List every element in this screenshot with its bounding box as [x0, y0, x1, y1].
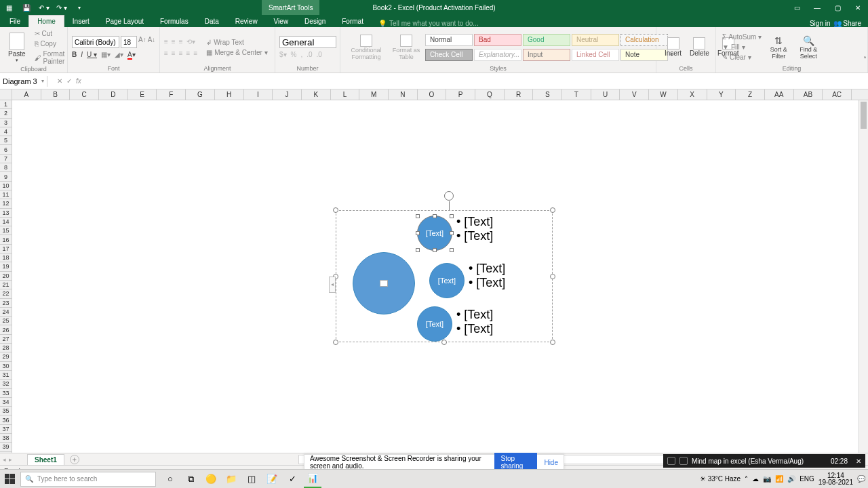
style-normal[interactable]: Normal [425, 34, 473, 46]
node-handle[interactable] [416, 231, 420, 235]
column-header[interactable]: C [70, 89, 99, 100]
tab-view[interactable]: View [266, 16, 297, 27]
weather-widget[interactable]: ☀ 33°C Haze [700, 475, 741, 483]
conditional-formatting-button[interactable]: Conditional Formatting [344, 29, 388, 65]
resize-handle-e[interactable] [550, 274, 555, 279]
indent-inc-icon[interactable]: ≡ [193, 49, 197, 57]
row-header[interactable]: 36 [0, 415, 12, 424]
row-header[interactable]: 30 [0, 362, 12, 371]
wrap-text-button[interactable]: ↲ Wrap Text [204, 38, 270, 47]
sheet-tab-sheet1[interactable]: Sheet1 [27, 454, 64, 465]
sort-filter-button[interactable]: ⇅Sort & Filter [764, 29, 793, 65]
row-header[interactable]: 24 [0, 308, 12, 317]
node-handle[interactable] [416, 248, 420, 252]
undo-icon[interactable]: ↶ ▾ [38, 1, 50, 14]
smartart-main-circle[interactable] [353, 252, 415, 314]
column-header[interactable]: J [273, 89, 302, 100]
border-button[interactable]: ▦▾ [101, 51, 111, 58]
format-as-table-button[interactable]: Format as Table [388, 29, 425, 65]
smartart-node-3[interactable]: [Text] [417, 306, 452, 342]
row-header[interactable]: 8 [0, 163, 12, 172]
column-header[interactable]: V [620, 89, 649, 100]
column-header[interactable]: X [678, 89, 707, 100]
row-header[interactable]: 29 [0, 352, 12, 361]
file-explorer-icon[interactable]: 📁 [222, 470, 240, 488]
smartart-bullets-3[interactable]: • [Text]• [Text] [456, 308, 493, 336]
align-right-icon[interactable]: ≡ [179, 49, 183, 57]
smartart-node-2[interactable]: [Text] [429, 263, 465, 298]
sheet-nav-next-icon[interactable]: ▸ [9, 456, 12, 463]
task-view-icon[interactable]: ⧉ [182, 470, 199, 488]
tab-data[interactable]: Data [197, 16, 227, 27]
row-header[interactable]: 27 [0, 335, 12, 344]
number-format-selector[interactable] [279, 36, 336, 48]
autosum-button[interactable]: Σ AutoSum ▾ [720, 33, 764, 41]
bold-button[interactable]: B [72, 51, 77, 58]
hide-sharing-button[interactable]: Hide [544, 459, 558, 466]
copy-button[interactable]: ⎘ Copy [33, 39, 67, 48]
fx-icon[interactable]: fx [76, 77, 81, 85]
smartart-node-1[interactable]: [Text] [417, 216, 452, 251]
sheet-nav-prev-icon[interactable]: ◂ [3, 456, 6, 463]
column-header[interactable]: T [562, 89, 591, 100]
paste-button[interactable]: Paste▾ [4, 29, 30, 66]
cell-grid[interactable]: ◂ [Text] [Text] [Text] • [Text]• [Text] … [12, 100, 859, 453]
start-button[interactable] [0, 470, 19, 489]
align-left-icon[interactable]: ≡ [164, 49, 168, 57]
style-neutral[interactable]: Neutral [572, 34, 619, 46]
column-header[interactable]: E [128, 89, 157, 100]
app-icon-2[interactable]: ✓ [283, 470, 301, 488]
column-header[interactable]: AB [794, 89, 823, 100]
merge-center-button[interactable]: ▦ Merge & Center ▾ [204, 48, 270, 57]
tab-formulas[interactable]: Formulas [152, 16, 197, 27]
increase-decimal-icon[interactable]: .0 [307, 51, 312, 58]
tab-design[interactable]: Design [296, 16, 334, 27]
row-header[interactable]: 14 [0, 218, 12, 226]
row-header[interactable]: 32 [0, 380, 12, 388]
row-header[interactable]: 20 [0, 272, 12, 281]
column-header[interactable]: K [302, 89, 331, 100]
resize-handle-sw[interactable] [333, 340, 338, 345]
row-header[interactable]: 2 [0, 109, 12, 118]
font-size-selector[interactable] [121, 36, 137, 48]
column-header[interactable]: F [157, 89, 186, 100]
italic-button[interactable]: I [81, 51, 83, 58]
column-header[interactable]: B [41, 89, 71, 100]
column-header[interactable]: AC [823, 89, 852, 100]
enter-formula-icon[interactable]: ✓ [66, 77, 72, 85]
style-explanatory[interactable]: Explanatory... [474, 49, 521, 61]
cancel-formula-icon[interactable]: ✕ [57, 77, 62, 85]
tab-format[interactable]: Format [334, 16, 372, 27]
style-check-cell[interactable]: Check Cell [425, 49, 473, 61]
taskbar-search[interactable]: 🔍Type here to search [20, 472, 156, 487]
underline-button[interactable]: U ▾ [87, 51, 97, 58]
row-header[interactable]: 26 [0, 325, 12, 334]
collapse-ribbon-icon[interactable]: ˄ [863, 56, 867, 63]
text-pane-toggle[interactable]: ◂ [329, 277, 336, 293]
customize-qat-icon[interactable]: ▾ [73, 1, 85, 14]
style-bad[interactable]: Bad [474, 34, 521, 46]
row-header[interactable]: 5 [0, 136, 12, 145]
smartart-bullets-2[interactable]: • [Text]• [Text] [469, 262, 505, 290]
maximize-icon[interactable]: ▢ [827, 0, 848, 15]
row-header[interactable]: 39 [0, 443, 12, 451]
tab-insert[interactable]: Insert [64, 16, 98, 27]
node-handle[interactable] [433, 214, 437, 218]
orientation-icon[interactable]: ⟲▾ [186, 38, 195, 45]
tab-page-layout[interactable]: Page Layout [98, 16, 152, 27]
find-select-button[interactable]: 🔍Find & Select [793, 29, 823, 65]
node-handle[interactable] [416, 214, 420, 218]
row-header[interactable]: 6 [0, 145, 12, 154]
tray-chevron-icon[interactable]: ˄ [745, 475, 748, 483]
row-header[interactable]: 25 [0, 317, 12, 325]
notification-icon[interactable]: 💬 [857, 475, 865, 483]
row-header[interactable]: 4 [0, 127, 12, 136]
percent-icon[interactable]: % [291, 51, 297, 58]
name-box[interactable]: Diagram 3▾ [0, 76, 47, 87]
node-handle[interactable] [450, 248, 454, 252]
row-header[interactable]: 18 [0, 253, 12, 262]
align-top-icon[interactable]: ≡ [164, 38, 168, 45]
tab-home[interactable]: Home [28, 15, 64, 27]
column-header[interactable]: P [446, 89, 475, 100]
volume-icon[interactable]: 🔊 [787, 475, 795, 483]
